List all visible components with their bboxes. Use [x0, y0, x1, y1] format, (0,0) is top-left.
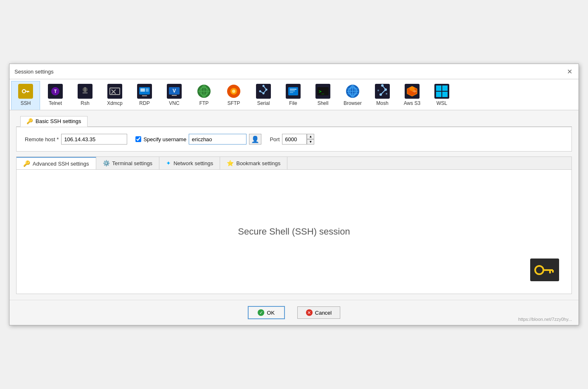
user-browse-button[interactable]: 👤	[249, 134, 261, 145]
ok-button[interactable]: ✓ OK	[248, 306, 285, 319]
tab-content-area: Secure Shell (SSH) session	[17, 170, 571, 294]
svg-text:>_: >_	[319, 89, 325, 94]
close-button[interactable]: ✕	[565, 67, 574, 76]
proto-vnc[interactable]: V VNC	[160, 81, 189, 110]
svg-rect-18	[146, 88, 149, 92]
key-icon-box	[530, 259, 559, 281]
proto-serial[interactable]: Serial	[249, 81, 278, 110]
rsh-icon	[78, 84, 92, 99]
specify-username-checkbox-label[interactable]: Specify username	[135, 136, 186, 142]
protocol-toolbar: SSH T Telnet Rsh	[9, 79, 579, 110]
session-settings-window: Session settings ✕ SSH	[9, 64, 579, 325]
serial-icon	[256, 84, 271, 99]
vnc-icon: V	[167, 84, 182, 99]
basic-settings-box: Remote host * Specify username 👤	[16, 126, 572, 152]
port-down-button[interactable]: ▼	[307, 139, 314, 145]
proto-mosh[interactable]: Mosh	[368, 81, 397, 110]
proto-telnet[interactable]: T Telnet	[41, 81, 70, 110]
svg-rect-44	[290, 92, 293, 93]
ssh-session-label: Secure Shell (SSH) session	[238, 226, 350, 237]
title-bar: Session settings ✕	[9, 64, 579, 79]
advanced-tabs-section: 🔑 Advanced SSH settings ⚙️ Terminal sett…	[16, 157, 572, 294]
svg-point-61	[386, 93, 387, 95]
svg-rect-68	[436, 85, 441, 91]
remote-host-group: Remote host *	[25, 134, 127, 145]
svg-point-31	[232, 90, 235, 93]
basic-settings-tab: 🔑 Basic SSH settings	[20, 116, 88, 127]
specify-username-checkbox[interactable]	[135, 136, 141, 142]
svg-rect-69	[442, 85, 448, 91]
svg-point-62	[377, 90, 379, 91]
browser-label: Browser	[344, 100, 362, 106]
svg-rect-71	[442, 92, 448, 97]
ftp-label: FTP	[199, 100, 209, 106]
ok-label: OK	[267, 310, 275, 316]
browser-icon	[345, 84, 360, 99]
advanced-ssh-tab-label: Advanced SSH settings	[33, 161, 89, 167]
footer: ✓ OK ✕ Cancel https://bloon.net/7zzy0hy.…	[9, 300, 579, 325]
rdp-label: RDP	[139, 100, 149, 106]
proto-file[interactable]: File	[279, 81, 308, 110]
proto-xdmcp[interactable]: Xdmcp	[100, 81, 129, 110]
footer-link: https://bloon.net/7zzy0hy...	[518, 317, 572, 322]
sftp-icon	[226, 84, 241, 99]
shell-label: Shell	[318, 100, 329, 106]
tab-terminal[interactable]: ⚙️ Terminal settings	[96, 157, 160, 169]
bookmark-tab-label: Bookmark settings	[236, 160, 280, 166]
proto-rsh[interactable]: Rsh	[71, 81, 100, 110]
basic-settings-icon: 🔑	[26, 118, 33, 124]
port-label: Port	[270, 136, 280, 142]
remote-host-input[interactable]	[61, 134, 127, 145]
telnet-label: Telnet	[49, 100, 62, 106]
proto-ssh[interactable]: SSH	[11, 81, 40, 110]
svg-rect-43	[290, 90, 295, 91]
basic-settings-content: Remote host * Specify username 👤	[17, 127, 571, 151]
username-input[interactable]	[189, 134, 247, 145]
svg-text:T: T	[54, 89, 57, 94]
xdmcp-icon	[107, 84, 122, 99]
proto-shell[interactable]: >_ Shell	[308, 81, 337, 110]
port-up-button[interactable]: ▲	[307, 134, 314, 139]
bookmark-tab-icon: ⭐	[227, 160, 234, 166]
tab-bookmark[interactable]: ⭐ Bookmark settings	[220, 157, 287, 169]
cancel-button[interactable]: ✕ Cancel	[297, 306, 340, 319]
rdp-icon	[137, 84, 152, 99]
network-tab-icon: ✦	[166, 160, 171, 166]
svg-point-72	[535, 266, 543, 274]
svg-rect-23	[172, 95, 177, 96]
ftp-icon	[197, 84, 211, 99]
rsh-label: Rsh	[81, 100, 89, 106]
tab-advanced-ssh[interactable]: 🔑 Advanced SSH settings	[17, 157, 96, 169]
tabs-bar: 🔑 Advanced SSH settings ⚙️ Terminal sett…	[17, 157, 571, 170]
svg-point-0	[22, 90, 26, 93]
cancel-icon: ✕	[306, 309, 313, 316]
proto-browser[interactable]: Browser	[338, 81, 367, 110]
port-input[interactable]	[282, 134, 307, 145]
mosh-label: Mosh	[376, 100, 388, 106]
terminal-tab-label: Terminal settings	[112, 160, 153, 166]
port-field: ▲ ▼	[282, 134, 314, 145]
svg-rect-42	[290, 89, 296, 90]
wsl-icon	[434, 84, 449, 99]
proto-sftp[interactable]: SFTP	[219, 81, 248, 110]
basic-settings-section: 🔑 Basic SSH settings Remote host * Speci…	[16, 116, 572, 152]
file-label: File	[289, 100, 297, 106]
proto-rdp[interactable]: RDP	[130, 81, 159, 110]
port-spinner: ▲ ▼	[307, 134, 314, 145]
proto-wsl[interactable]: WSL	[427, 81, 456, 110]
proto-ftp[interactable]: FTP	[190, 81, 218, 110]
proto-awss3[interactable]: Aws S3	[398, 81, 427, 110]
svg-rect-70	[436, 92, 441, 97]
shell-icon: >_	[315, 84, 330, 99]
tab-network[interactable]: ✦ Network settings	[159, 157, 220, 169]
awss3-label: Aws S3	[404, 100, 420, 106]
ssh-icon	[18, 84, 33, 99]
basic-settings-label: Basic SSH settings	[36, 118, 81, 124]
mosh-icon	[375, 84, 390, 99]
port-group: Port ▲ ▼	[270, 134, 314, 145]
svg-point-37	[266, 89, 268, 91]
vnc-label: VNC	[169, 100, 179, 106]
svg-point-35	[263, 85, 265, 87]
specify-username-label: Specify username	[143, 136, 186, 142]
ssh-label: SSH	[21, 100, 31, 106]
